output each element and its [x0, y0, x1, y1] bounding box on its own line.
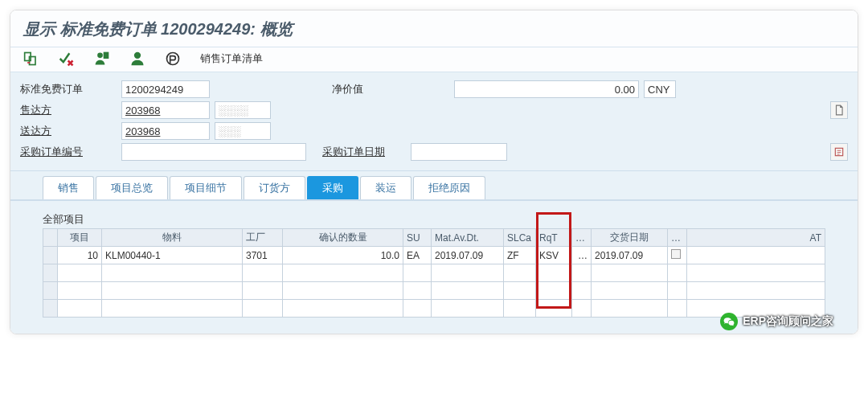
tab-ordering[interactable]: 订货方 — [244, 176, 305, 199]
cell-deliv-date: 2019.07.09 — [592, 247, 668, 264]
table-row[interactable] — [43, 282, 825, 300]
tab-item-overview[interactable]: 项目总览 — [96, 176, 168, 199]
ship-to-label: 送达方 — [20, 124, 117, 138]
svg-point-4 — [134, 52, 141, 59]
ship-to-code-field[interactable]: 203968 — [121, 122, 210, 140]
order-type-label: 标准免费订单 — [20, 82, 117, 96]
col-confirmed-qty[interactable]: 确认的数量 — [283, 229, 403, 247]
col-mat-av-dt[interactable]: Mat.Av.Dt. — [432, 229, 504, 247]
po-no-label: 采购订单编号 — [20, 145, 117, 159]
cell-material: KLM00440-1 — [102, 247, 243, 264]
sold-to-label: 售达方 — [20, 103, 117, 117]
net-value-field: 0.00 — [454, 80, 639, 98]
table-row[interactable] — [43, 264, 825, 282]
col-deliv-date[interactable]: 交货日期 — [592, 229, 668, 247]
col-dots2[interactable]: … — [668, 229, 687, 247]
items-table[interactable]: 项目 物料 工厂 确认的数量 SU Mat.Av.Dt. SLCa RqT … … — [43, 228, 825, 318]
table-row[interactable] — [43, 300, 825, 318]
watermark: ERP咨询顾问之家 — [720, 313, 833, 330]
col-at[interactable]: AT — [687, 229, 825, 247]
output-icon[interactable] — [165, 51, 181, 67]
grid-title: 全部项目 — [43, 212, 825, 227]
tab-sales[interactable]: 销售 — [43, 176, 94, 199]
wechat-icon — [720, 313, 738, 330]
cell-checkbox[interactable] — [668, 247, 687, 264]
grid-area: 全部项目 项目 物料 工厂 确认的数量 SU Mat.Av.Dt. SLCa R… — [10, 201, 858, 334]
tab-procurement[interactable]: 采购 — [307, 176, 358, 199]
cell-plant: 3701 — [243, 247, 283, 264]
cell-mat-av-dt: 2019.07.09 — [432, 247, 504, 264]
config-icon-button[interactable] — [830, 143, 848, 161]
cell-rqt: KSV — [536, 247, 572, 264]
po-date-label: 采购订单日期 — [322, 145, 385, 159]
col-su[interactable]: SU — [403, 229, 432, 247]
person-icon[interactable] — [129, 51, 145, 67]
cell-slca: ZF — [504, 247, 536, 264]
svg-rect-3 — [104, 52, 109, 59]
tab-shipping[interactable]: 装运 — [360, 176, 411, 199]
col-material[interactable]: 物料 — [102, 229, 243, 247]
cell-su: EA — [403, 247, 432, 264]
po-date-field[interactable] — [411, 143, 507, 161]
col-rqt[interactable]: RqT — [536, 229, 572, 247]
ship-to-name-field: ░░░ — [215, 122, 271, 140]
document-icon-button[interactable] — [830, 101, 848, 119]
svg-point-2 — [97, 53, 103, 59]
col-plant[interactable]: 工厂 — [243, 229, 283, 247]
cell-item: 10 — [58, 247, 102, 264]
net-value-label: 净价值 — [332, 82, 396, 96]
order-no-field[interactable]: 1200294249 — [121, 80, 210, 98]
toolbar: 销售订单清单 — [10, 47, 858, 72]
tab-strip: 销售 项目总览 项目细节 订货方 采购 装运 拒绝原因 — [10, 171, 858, 201]
po-no-field[interactable] — [121, 143, 306, 161]
sales-order-list-link[interactable]: 销售订单清单 — [200, 51, 263, 66]
col-item[interactable]: 项目 — [58, 229, 102, 247]
page-title: 显示 标准免费订单 1200294249: 概览 — [10, 10, 858, 47]
currency-field: CNY — [644, 80, 676, 98]
cell-confirmed-qty: 10.0 — [283, 247, 403, 264]
svg-point-5 — [167, 53, 179, 65]
check-cancel-icon[interactable] — [59, 51, 75, 67]
col-dots[interactable]: … — [572, 229, 592, 247]
col-slca[interactable]: SLCa — [504, 229, 536, 247]
partner-icon[interactable] — [94, 51, 110, 67]
sold-to-code-field[interactable]: 203968 — [121, 101, 210, 119]
tab-rejection[interactable]: 拒绝原因 — [413, 176, 485, 199]
watermark-text: ERP咨询顾问之家 — [743, 314, 833, 329]
header-form: 标准免费订单 1200294249 净价值 0.00 CNY 售达方 20396… — [10, 72, 858, 171]
cell-dots: … — [572, 247, 592, 264]
table-row[interactable]: 10 KLM00440-1 3701 10.0 EA 2019.07.09 ZF… — [43, 247, 825, 264]
document-flow-icon[interactable] — [23, 51, 39, 67]
sold-to-name-field: ░░░░ — [215, 101, 271, 119]
table-header-row: 项目 物料 工厂 确认的数量 SU Mat.Av.Dt. SLCa RqT … … — [43, 229, 825, 247]
tab-item-detail[interactable]: 项目细节 — [170, 176, 242, 199]
